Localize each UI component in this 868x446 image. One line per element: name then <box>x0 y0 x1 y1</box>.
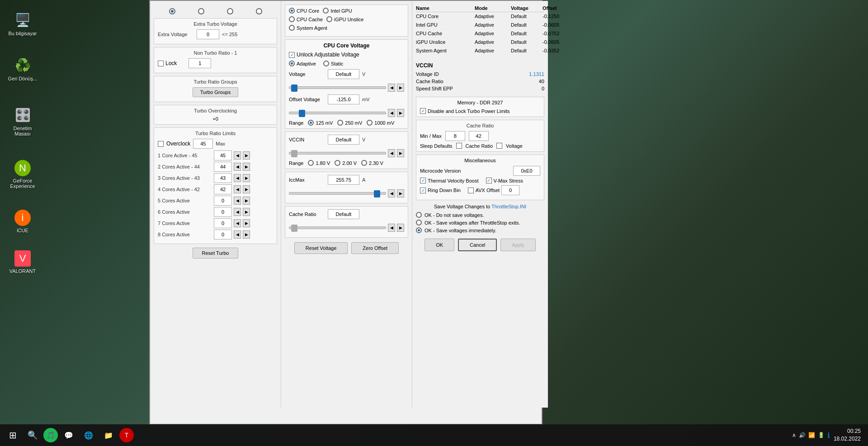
iccmax-slider-thumb[interactable] <box>374 190 380 197</box>
core-value-5[interactable] <box>214 207 232 217</box>
core-inc-2[interactable]: ▶ <box>243 174 250 182</box>
throttlestop-icon[interactable]: T <box>119 428 134 442</box>
core-dec-6[interactable]: ◀ <box>234 219 241 227</box>
overclock-cb[interactable] <box>158 141 164 147</box>
core-inc-6[interactable]: ▶ <box>243 219 250 227</box>
core-inc-7[interactable]: ▶ <box>243 230 250 239</box>
adaptive-radio[interactable] <box>289 61 295 66</box>
explorer-icon[interactable]: 📁 <box>99 426 118 444</box>
vccin-180-option[interactable]: 1.80 V <box>308 160 330 166</box>
cache-ratio-slider-inc[interactable]: ▶ <box>397 224 404 232</box>
core-value-1[interactable] <box>214 162 232 172</box>
iccmax-slider-track[interactable] <box>289 192 386 195</box>
cpu-option-igpu-unslice[interactable]: iGPU Unslice <box>326 16 363 22</box>
core-dec-1[interactable]: ◀ <box>234 163 241 171</box>
core-inc-5[interactable]: ▶ <box>243 208 250 216</box>
radio-option-1[interactable] <box>169 8 175 14</box>
unlock-voltage-cb[interactable] <box>289 52 295 58</box>
save-radio-1[interactable] <box>416 220 422 225</box>
desktop-icon-denetim[interactable]: 🎛️ DenetimMasası <box>5 104 41 138</box>
range-1000-option[interactable]: 1000 mV <box>367 120 394 126</box>
core-value-6[interactable] <box>214 218 232 228</box>
voltage-slider-inc[interactable]: ▶ <box>397 84 404 92</box>
cpu-option-core[interactable]: CPU Core <box>289 8 319 14</box>
core-dec-3[interactable]: ◀ <box>234 185 241 193</box>
desktop-icon-geri-donusum[interactable]: ♻️ Geri Dönüş... <box>5 54 41 83</box>
vccin-180-radio[interactable] <box>308 160 314 166</box>
cache-max-input[interactable] <box>469 131 489 141</box>
spotify-icon[interactable]: 🎵 <box>43 428 58 442</box>
adaptive-option[interactable]: Adaptive <box>289 61 316 66</box>
cpu-option-system-agent[interactable]: System Agent <box>289 25 327 31</box>
cpu-core-radio[interactable] <box>289 8 295 14</box>
apply-button[interactable]: Apply <box>500 239 536 251</box>
tray-network[interactable]: 📶 <box>808 432 815 438</box>
core-dec-2[interactable]: ◀ <box>234 174 241 182</box>
cancel-button[interactable]: Cancel <box>458 239 497 251</box>
core-value-2[interactable] <box>214 173 232 183</box>
reset-turbo-button[interactable]: Reset Turbo <box>193 248 239 258</box>
disable-lock-cb[interactable] <box>420 108 426 114</box>
offset-voltage-input[interactable] <box>328 94 359 104</box>
iccmax-slider-inc[interactable]: ▶ <box>397 189 404 197</box>
cpu-option-intel-gpu[interactable]: Intel GPU <box>323 8 352 14</box>
table-row-1[interactable]: Intel GPU Adaptive Default -0.0605 <box>416 21 544 29</box>
range-1000-radio[interactable] <box>367 120 373 126</box>
voltage-slider-thumb[interactable] <box>291 85 297 92</box>
chrome-icon[interactable]: 🌐 <box>80 426 98 444</box>
iccmax-slider-dec[interactable]: ◀ <box>388 189 395 197</box>
range-250-radio[interactable] <box>337 120 343 126</box>
radio-option-4[interactable] <box>256 8 262 14</box>
core-dec-0[interactable]: ◀ <box>234 151 241 160</box>
cpu-option-cache[interactable]: CPU Cache <box>289 16 323 22</box>
core-value-3[interactable] <box>214 184 232 194</box>
system-agent-radio[interactable] <box>289 25 295 31</box>
sleep-voltage-cb[interactable] <box>496 143 502 149</box>
avx-offset-input[interactable] <box>501 185 519 195</box>
intel-gpu-radio[interactable] <box>323 8 329 14</box>
range-125-radio[interactable] <box>308 120 314 126</box>
cache-ratio-input[interactable] <box>328 209 359 219</box>
cache-ratio-slider-track[interactable] <box>289 226 386 229</box>
zero-offset-button[interactable]: Zero Offset <box>351 242 399 254</box>
cache-ratio-slider-thumb[interactable] <box>291 225 297 232</box>
save-radio-2[interactable] <box>416 227 422 233</box>
search-button[interactable]: 🔍 <box>24 426 42 444</box>
vccin-slider-thumb[interactable] <box>291 150 297 157</box>
ok-button[interactable]: OK <box>425 239 454 251</box>
reset-voltage-button[interactable]: Reset Voltage <box>294 242 348 254</box>
offset-slider-dec[interactable]: ◀ <box>388 109 395 117</box>
tray-info[interactable]: ℹ <box>827 431 830 440</box>
vccin-slider-inc[interactable]: ▶ <box>397 149 404 157</box>
core-inc-4[interactable]: ▶ <box>243 197 250 205</box>
extra-voltage-input[interactable] <box>197 29 219 39</box>
core-inc-0[interactable]: ▶ <box>243 151 250 160</box>
core-inc-1[interactable]: ▶ <box>243 163 250 171</box>
vccin-200-radio[interactable] <box>335 160 340 166</box>
core-value-7[interactable] <box>214 230 232 239</box>
vccin-slider-dec[interactable]: ◀ <box>388 149 395 157</box>
cache-min-input[interactable] <box>445 131 465 141</box>
turbo-groups-button[interactable]: Turbo Groups <box>193 87 238 97</box>
table-row-3[interactable]: iGPU Unslice Adaptive Default -0.0605 <box>416 38 544 47</box>
tray-arrow[interactable]: ∧ <box>792 432 796 438</box>
desktop-icon-geforce[interactable]: N GeForceExperience <box>5 158 41 191</box>
cache-ratio-slider-dec[interactable]: ◀ <box>388 224 395 232</box>
vccin-slider-track[interactable] <box>289 152 386 155</box>
tray-volume[interactable]: 🔊 <box>799 432 806 438</box>
voltage-input[interactable] <box>328 69 359 79</box>
overclock-value-input[interactable] <box>193 139 213 149</box>
offset-slider-track[interactable] <box>289 112 386 114</box>
range-125-option[interactable]: 125 mV <box>308 120 333 126</box>
thermal-velocity-cb[interactable] <box>420 178 426 183</box>
table-row-2[interactable]: CPU Cache Adaptive Default -0.0752 <box>416 29 544 38</box>
desktop-icon-valorant[interactable]: V VALORANT <box>5 249 41 276</box>
core-value-0[interactable] <box>214 150 232 160</box>
save-radio-0[interactable] <box>416 212 422 218</box>
core-inc-3[interactable]: ▶ <box>243 185 250 193</box>
avx-offset-cb[interactable] <box>468 188 474 193</box>
discord-icon[interactable]: 💬 <box>60 426 78 444</box>
range-250-option[interactable]: 250 mV <box>337 120 362 126</box>
offset-slider-inc[interactable]: ▶ <box>397 109 404 117</box>
table-row-0[interactable]: CPU Core Adaptive Default -0.1250 <box>416 12 544 21</box>
